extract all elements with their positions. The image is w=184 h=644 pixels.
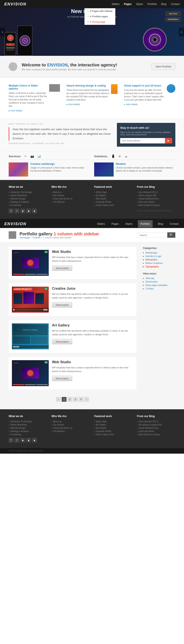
footer2-clean[interactable]: Clean Classy Card bbox=[94, 433, 133, 436]
cat-motion[interactable]: ▸Motion Graphics bbox=[143, 262, 180, 264]
feature-3-icon bbox=[167, 84, 175, 93]
footer2-link-4[interactable]: Strategy & Analysis bbox=[9, 430, 47, 432]
portfolio-item-1-btn[interactable]: View project bbox=[52, 265, 72, 271]
brand-name: ENVISION bbox=[47, 62, 68, 67]
footer2-history[interactable]: Our History bbox=[52, 424, 90, 426]
footer2-elan[interactable]: Elan Ayark bbox=[94, 427, 133, 429]
footer-link-strategy[interactable]: Strategy & Analysis bbox=[9, 201, 47, 203]
footer2-social-flickr[interactable]: ■ bbox=[20, 438, 25, 442]
dropdown-pages-sidebar[interactable]: ✕ Pages with Sidebar bbox=[85, 8, 115, 14]
page-1[interactable]: 1 bbox=[62, 397, 66, 402]
footer-link-vision[interactable]: Vision that drives us bbox=[52, 198, 90, 200]
footer-link-website-design[interactable]: Website Design bbox=[9, 198, 47, 200]
page-2[interactable]: 2 bbox=[67, 397, 72, 402]
vm-easy-pages[interactable]: ▸Easy page examples bbox=[143, 284, 180, 286]
social-facebook[interactable]: f bbox=[14, 208, 19, 213]
vm-shortcodes[interactable]: ▸Shortcodes bbox=[143, 280, 180, 283]
footer2-social-facebook[interactable]: f bbox=[14, 438, 19, 442]
page-3[interactable]: 3 bbox=[73, 397, 78, 402]
portfolio-item-3-btn[interactable]: View project bbox=[52, 339, 72, 344]
page-prev[interactable]: ‹ bbox=[56, 397, 61, 402]
page-next[interactable]: › bbox=[84, 397, 89, 402]
view-portfolio-button[interactable]: View Portfolio bbox=[151, 63, 175, 70]
social-feed[interactable]: ■ bbox=[32, 208, 37, 213]
footer-link-interactive-tech[interactable]: Interactive Technology bbox=[9, 191, 47, 194]
nav-styles[interactable]: Styles bbox=[136, 2, 143, 6]
footer-link-online-marketing[interactable]: Online Marketing bbox=[9, 194, 47, 197]
cat-typography[interactable]: ▸Typography bbox=[143, 265, 180, 268]
hero-next-arrow[interactable]: › bbox=[179, 28, 184, 36]
footer-link-silicon[interactable]: Silicon App bbox=[94, 191, 133, 194]
dropdown-pricing[interactable]: ✕ Pricing page bbox=[85, 19, 115, 25]
footer-link-history[interactable]: Our History bbox=[52, 194, 90, 197]
footer2-about[interactable]: About us bbox=[52, 420, 90, 423]
footer-link-dont-ask[interactable]: Don't ask where! bbox=[137, 201, 176, 203]
footer2-feedback[interactable]: Great feedback from... bbox=[137, 427, 176, 429]
footer-link-released[interactable]: Just released V6.2.1 bbox=[137, 191, 176, 194]
footer2-silicon[interactable]: Silicon App bbox=[94, 420, 133, 423]
footer2-exquisite[interactable]: Exquisite Works bbox=[94, 430, 133, 432]
footer2-mission[interactable]: The Mission bbox=[52, 430, 90, 432]
appstore-button[interactable]: App Store bbox=[166, 12, 181, 16]
footer-link-elearning[interactable]: E-Learning bbox=[9, 204, 47, 206]
newsletter-submit[interactable]: ► bbox=[165, 138, 172, 144]
page-4[interactable]: 4 bbox=[78, 397, 83, 402]
social-rss[interactable]: ■ bbox=[26, 208, 31, 213]
footer-link-feedback[interactable]: Great feedback from... bbox=[137, 198, 176, 200]
pnav-blog[interactable]: Blog bbox=[157, 220, 164, 228]
footer2-used[interactable]: Used and when! bbox=[137, 430, 176, 432]
cat-interactive[interactable]: ▸Interactive bbox=[143, 258, 180, 261]
pnav-styles[interactable]: Styles bbox=[124, 220, 134, 228]
footer2-link-5[interactable]: E-Learning bbox=[9, 433, 47, 436]
cat-identity[interactable]: ▸Identity & Logo bbox=[143, 255, 180, 258]
search-input[interactable] bbox=[137, 232, 167, 238]
footer2-link-2[interactable]: Online Marketing bbox=[9, 424, 47, 426]
features-section: Multiple Colors & Slider options Sliders… bbox=[0, 78, 184, 118]
breadcrumb-home[interactable]: Homepage bbox=[20, 236, 30, 239]
footer2-link-1[interactable]: Interactive Technology bbox=[9, 420, 47, 423]
footer2-social-twitter[interactable]: T bbox=[9, 438, 14, 442]
footer2-released[interactable]: Just released V6.2.1 bbox=[137, 420, 176, 423]
footer2-link-3[interactable]: Website Design bbox=[9, 427, 47, 429]
breadcrumb-portfolio[interactable]: Portfolio bbox=[32, 236, 40, 239]
footer-copyright: © 2013 at slidav.com. Please don't steal… bbox=[137, 210, 176, 212]
vm-sitemap[interactable]: ▸Sitemap bbox=[143, 277, 180, 280]
footer-link-clean[interactable]: Clean Classy Card bbox=[94, 204, 133, 206]
newsletter-input[interactable] bbox=[120, 138, 165, 144]
vm-contact[interactable]: ▸Contact bbox=[143, 287, 180, 290]
footer2-vision[interactable]: Vision that drives us bbox=[52, 427, 90, 429]
nav-sliders[interactable]: Sliders bbox=[112, 2, 120, 6]
footer-link-support-ide[interactable]: Tab to support IDE bbox=[137, 194, 176, 197]
nav-blog[interactable]: Blog bbox=[161, 2, 166, 6]
footer-link-exquisite[interactable]: Exquisite Works bbox=[94, 201, 133, 203]
footer2-social-feed[interactable]: ■ bbox=[32, 438, 37, 442]
feature-1-more[interactable]: more details bbox=[9, 110, 48, 112]
social-twitter[interactable]: T bbox=[9, 208, 14, 213]
nav-portfolio[interactable]: Portfolio bbox=[148, 2, 157, 6]
pnav-pages[interactable]: Pages bbox=[110, 220, 120, 228]
footer2-ie6[interactable]: Not going to support IE6 bbox=[137, 424, 176, 426]
footer2-artgallery[interactable]: Art Gallery bbox=[94, 424, 133, 426]
pnav-sliders[interactable]: Sliders bbox=[96, 220, 106, 228]
footer-link-about[interactable]: About us bbox=[52, 191, 90, 194]
dropdown-portfolio-pages[interactable]: ✕ Portfolio pages bbox=[85, 14, 115, 19]
footer-link-artgallery[interactable]: Art Gallery bbox=[94, 194, 133, 197]
marketplace-button[interactable]: Marketplace bbox=[166, 17, 181, 22]
hero-prev-arrow[interactable]: ‹ bbox=[0, 28, 5, 36]
footer2-jquery[interactable]: Best tutorial on jQuery bbox=[137, 433, 176, 436]
feature-2-more[interactable]: more details bbox=[66, 103, 110, 106]
portfolio-item-2-btn[interactable]: View project bbox=[52, 302, 72, 308]
nav-pages[interactable]: Pages bbox=[124, 2, 132, 6]
pnav-contact[interactable]: Contact bbox=[169, 220, 180, 228]
search-button[interactable]: 🔍 bbox=[167, 232, 175, 238]
feature-3-more[interactable]: more details bbox=[124, 103, 165, 106]
footer-link-mission[interactable]: The Mission bbox=[52, 201, 90, 203]
nav-contact[interactable]: Contact bbox=[171, 2, 180, 6]
cat-webdesign[interactable]: ▸Webdesign bbox=[143, 251, 180, 254]
footer-link-jquery[interactable]: Best tutorial on jQuery bbox=[137, 204, 176, 206]
portfolio-item-4-btn[interactable]: View project bbox=[52, 376, 72, 381]
footer-link-elan[interactable]: Elan Ayark bbox=[94, 198, 133, 200]
footer2-social-rss[interactable]: ■ bbox=[26, 438, 31, 442]
pnav-portfolio[interactable]: Portfolio bbox=[138, 220, 152, 228]
social-flickr[interactable]: ■ bbox=[20, 208, 25, 213]
